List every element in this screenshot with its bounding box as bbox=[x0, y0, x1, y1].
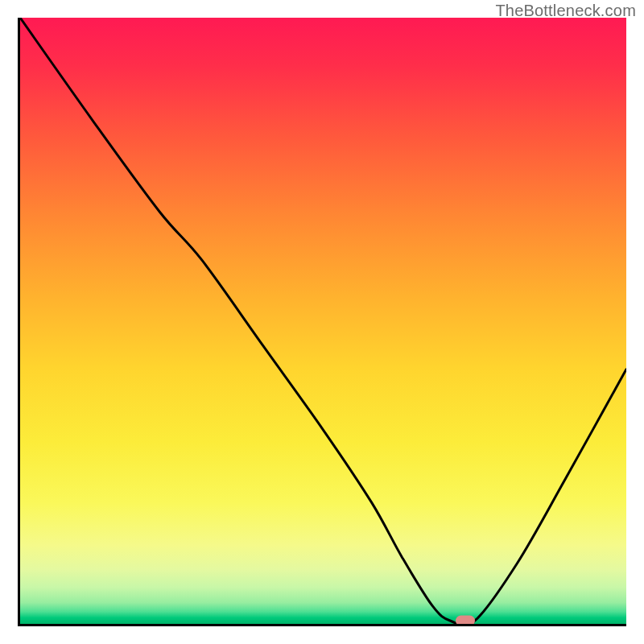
optimal-point-marker bbox=[456, 616, 475, 626]
plot-area bbox=[18, 18, 626, 626]
bottleneck-chart: TheBottleneck.com bbox=[0, 0, 644, 644]
curve-layer bbox=[20, 18, 626, 624]
bottleneck-curve-path bbox=[20, 18, 626, 624]
